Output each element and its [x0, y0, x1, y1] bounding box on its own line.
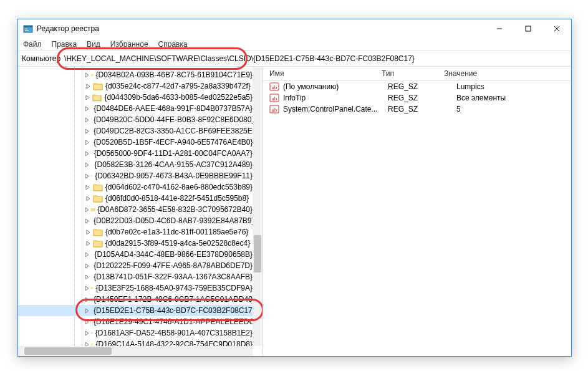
title-bar[interactable]: Редактор реестра — [18, 19, 571, 38]
tree-list[interactable]: {D034B02A-093B-46B7-8C75-61B9104C71E9}{d… — [18, 67, 253, 346]
tree-item[interactable]: {D13B741D-051F-322F-93AA-1367A3C8AAFB} — [18, 271, 253, 282]
tree-item[interactable]: {D169C14A-5148-4322-92C8-754FC9D018D8} — [18, 339, 253, 346]
tree-item[interactable]: {D0520B5D-1B5F-4ECF-A940-6E57476AE4B0} — [18, 137, 253, 148]
tree-item-label: {D06342BD-9057-4673-B43A-0E9BBBE99F11} — [95, 171, 253, 180]
folder-icon — [91, 171, 92, 180]
col-data[interactable]: Значение — [438, 69, 571, 78]
tree-item[interactable]: {D13E3F25-1688-45A0-9743-759EB35CDF9A} — [18, 282, 253, 294]
expand-icon[interactable] — [84, 274, 90, 280]
col-type[interactable]: Тип — [375, 69, 438, 78]
tree-item[interactable]: {D034B02A-093B-46B7-8C75-61B9104C71E9} — [18, 69, 253, 80]
expand-icon[interactable] — [84, 218, 90, 224]
expand-icon[interactable] — [84, 196, 92, 201]
expand-icon[interactable] — [84, 128, 90, 134]
tree-item[interactable]: {d064d602-c470-4162-8ae6-880edc553b89} — [18, 181, 253, 193]
tree-item[interactable]: {D0565000-9DF4-11D1-A281-00C04FCA0AA7} — [18, 148, 253, 159]
expand-icon[interactable] — [84, 286, 90, 291]
expand-icon[interactable] — [84, 229, 92, 235]
expand-icon[interactable] — [84, 330, 90, 336]
tree-horizontal-scrollbar[interactable] — [18, 346, 253, 356]
folder-icon — [92, 93, 102, 102]
close-button[interactable] — [542, 19, 571, 38]
expand-icon[interactable] — [84, 241, 92, 246]
folder-icon — [93, 183, 103, 191]
tree-item-label: {D049B20C-5DD0-44FE-B0B3-8F92C8E6D080} — [94, 115, 253, 124]
expand-icon[interactable] — [84, 117, 90, 123]
tree-pane[interactable]: {D034B02A-093B-46B7-8C75-61B9104C71E9}{d… — [18, 67, 263, 356]
expand-icon[interactable] — [84, 162, 90, 168]
expand-icon[interactable] — [84, 342, 90, 347]
scrollbar-thumb[interactable] — [254, 235, 261, 272]
tree-item[interactable]: {D0A6D872-3655-4E58-832B-3C7095672B40} — [18, 204, 253, 215]
tree-item[interactable]: {d035e24c-c877-42d7-a795-2a8a339b472f} — [18, 80, 253, 92]
address-bar[interactable]: Компьютер \HKEY_LOCAL_MACHINE\SOFTWARE\C… — [18, 51, 571, 67]
menu-edit[interactable]: Правка — [52, 40, 77, 49]
svg-rect-2 — [25, 29, 27, 29]
tree-item[interactable]: {D0B22D03-D05D-4C6D-8AB7-9392E84A87B9} — [18, 215, 253, 226]
folder-icon — [91, 340, 93, 346]
values-list[interactable]: (По умолчанию)REG_SZLumpicsInfoTipREG_SZ… — [263, 81, 571, 115]
tree-item-label: {D034B02A-093B-46B7-8C75-61B9104C71E9} — [95, 70, 253, 79]
regedit-window: Редактор реестра Файл Правка Вид Избранн… — [17, 19, 572, 357]
tree-item[interactable]: {D1202225-F099-47FE-A965-8A78ABD6DE7D} — [18, 260, 253, 271]
tree-item[interactable]: {d0da2915-3f89-4519-a4ca-5e02528c8ec4} — [18, 238, 253, 249]
value-data: 5 — [450, 105, 571, 113]
tree-item[interactable]: {d0b7e02c-e1a3-11dc-81ff-001185ae5e76} — [18, 226, 253, 238]
tree-item[interactable]: {D0582E3B-3126-4CAA-9155-AC37C912A489} — [18, 159, 253, 170]
value-name: (По умолчанию) — [283, 82, 382, 91]
tree-item[interactable]: {d044309b-5da6-4633-b085-4ed02522e5a5} — [18, 92, 253, 103]
value-row[interactable]: System.ControlPanel.Cate...REG_SZ5 — [263, 104, 571, 115]
folder-icon — [91, 329, 93, 337]
expand-icon[interactable] — [84, 106, 90, 112]
tree-item[interactable]: {D105A4D4-344C-48EB-9866-EE378D90658B} — [18, 249, 253, 260]
folder-icon — [91, 250, 92, 259]
tree-item[interactable]: {D0484DE6-AAEE-468a-991F-8D4B0737B57A} — [18, 103, 253, 114]
tree-item[interactable]: {d06fd0d0-8518-441e-822f-5451d5c595b8} — [18, 193, 253, 204]
value-row[interactable]: InfoTipREG_SZВсе элементы — [263, 92, 571, 104]
value-row[interactable]: (По умолчанию)REG_SZLumpics — [263, 81, 571, 92]
menu-favorites[interactable]: Избранное — [110, 40, 148, 49]
tree-item-label: {d064d602-c470-4162-8ae6-880edc553b89} — [105, 183, 253, 191]
expand-icon[interactable] — [84, 140, 90, 145]
expand-icon[interactable] — [84, 319, 90, 325]
minimize-button[interactable] — [485, 19, 514, 38]
tree-item-label: {d035e24c-c877-42d7-a795-2a8a339b472f} — [105, 82, 251, 90]
expand-icon[interactable] — [84, 297, 90, 302]
expand-icon[interactable] — [84, 207, 90, 213]
tree-item[interactable]: {D15ED2E1-C75B-443c-BD7C-FC03B2F08C17} — [18, 305, 253, 316]
expand-icon[interactable] — [84, 185, 92, 190]
expand-icon[interactable] — [84, 84, 92, 89]
values-pane[interactable]: Имя Тип Значение (По умолчанию)REG_SZLum… — [263, 67, 571, 356]
expand-icon[interactable] — [84, 308, 90, 314]
expand-icon[interactable] — [84, 252, 90, 258]
tree-item[interactable]: {D06342BD-9057-4673-B43A-0E9BBBE99F11} — [18, 170, 253, 181]
tree-item-label: {D0565000-9DF4-11D1-A281-00C04FCA0AA7} — [94, 149, 253, 158]
menu-view[interactable]: Вид — [87, 40, 100, 49]
tree-item[interactable]: {D1450EF1-172B-49C6-0CB7-1AC5C01ADD40} — [18, 294, 253, 305]
tree-item-label: {d0da2915-3f89-4519-a4ca-5e02528c8ec4} — [105, 239, 250, 248]
tree-item[interactable]: {D16E1E29-49C1-4746-A1D1-APPEALELEEDC} — [18, 316, 253, 327]
tree-item-label: {D1681A3F-DA52-4B58-901A-407C3158B1E2} — [95, 329, 253, 337]
value-name: System.ControlPanel.Cate... — [283, 105, 382, 113]
maximize-button[interactable] — [514, 19, 542, 38]
expand-icon[interactable] — [84, 95, 91, 100]
folder-icon — [91, 205, 95, 214]
scrollbar-thumb[interactable] — [24, 347, 112, 355]
tree-item-label: {D0520B5D-1B5F-4ECF-A940-6E57476AE4B0} — [94, 138, 253, 147]
menu-help[interactable]: Справка — [158, 40, 188, 49]
expand-icon[interactable] — [84, 263, 90, 269]
col-name[interactable]: Имя — [263, 69, 375, 78]
expand-icon[interactable] — [84, 151, 90, 157]
expand-icon[interactable] — [84, 72, 90, 78]
folder-icon — [91, 284, 93, 292]
folder-icon — [93, 82, 103, 90]
address-path-key: {D15ED2E1-C75B-443c-BD7C-FC03B2F08C17} — [253, 54, 415, 63]
tree-item-label: {D1202225-F099-47FE-A965-8A78ABD6DE7D} — [94, 261, 253, 270]
menu-file[interactable]: Файл — [23, 40, 42, 49]
tree-item-label: {d044309b-5da6-4633-b085-4ed02522e5a5} — [104, 93, 253, 102]
expand-icon[interactable] — [84, 173, 90, 179]
tree-item[interactable]: {D049DC2B-82C3-3350-A1CC-BF69FEE3825E} — [18, 125, 253, 137]
tree-item[interactable]: {D049B20C-5DD0-44FE-B0B3-8F92C8E6D080} — [18, 114, 253, 125]
tree-item[interactable]: {D1681A3F-DA52-4B58-901A-407C3158B1E2} — [18, 327, 253, 339]
tree-vertical-scrollbar[interactable] — [253, 67, 263, 346]
